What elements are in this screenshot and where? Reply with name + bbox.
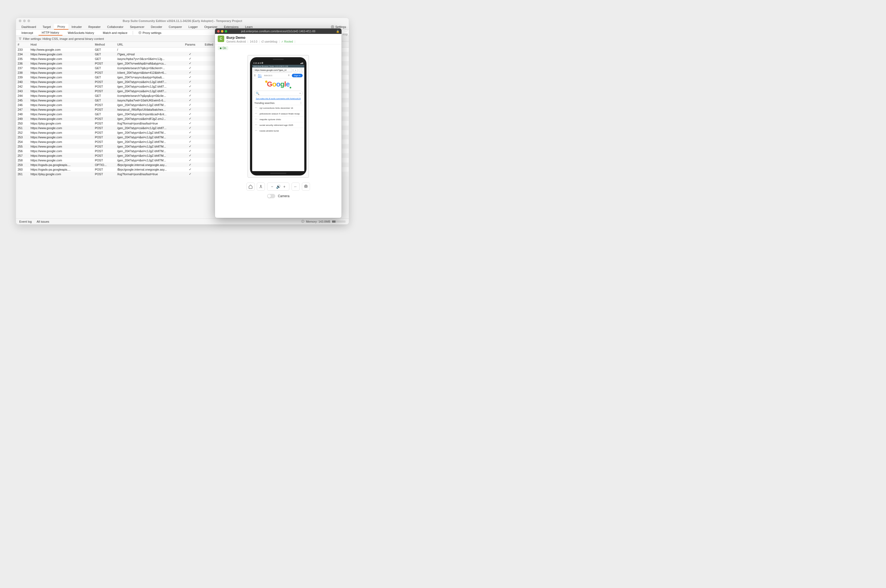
device-header: C Burp Demo Generic Android| 14.0.0| r2 … [215,34,341,45]
device-version: 14.0.0 [250,40,257,43]
home-button[interactable] [247,183,254,190]
proxy-settings-link[interactable]: Proxy settings [135,30,164,36]
device-status-pill: On [218,46,228,50]
volume-controls[interactable]: −🔊+ [267,183,289,190]
check-icon [189,80,191,83]
plus-icon[interactable]: + [283,184,286,189]
info-icon: ⓘ [301,219,304,224]
main-tab-dashboard[interactable]: Dashboard [18,24,39,30]
search-icon: 🔍 [256,92,260,95]
main-tab-comparer[interactable]: Comparer [165,24,185,30]
sign-in-button[interactable]: Sign in [292,74,303,77]
check-icon [189,131,191,134]
check-icon [189,163,191,166]
device-viewport: 4:16 ⬘ ✉ ⦿ ◢ ▮ WebView Browser Tester 11… [215,50,341,180]
trending-icon: 〰 [255,129,257,132]
check-icon [189,108,191,111]
tab-all[interactable]: ALL [258,74,262,77]
device-url: jedi.enterprise.corellium.com/devices/d1… [215,30,341,33]
device-traffic-lights[interactable] [217,30,227,33]
google-doodle[interactable]: Google [267,80,290,88]
col-method[interactable]: Method [93,42,115,47]
trending-item[interactable]: 〰russia ukraine kursk [252,128,304,134]
col-host[interactable]: Host [29,42,93,47]
col-url[interactable]: URL [116,42,180,47]
trending-item[interactable]: 〰nyt connections hints december 16 [252,105,304,111]
google-lens-icon[interactable]: ⌖ [299,92,301,95]
camera-toggle-row: Camera [215,192,341,201]
check-icon [189,168,191,171]
minimize-dot[interactable] [23,20,26,22]
url-input[interactable] [253,68,292,72]
col-params[interactable]: Params [180,42,200,47]
main-tab-target[interactable]: Target [39,24,54,30]
google-tabs: ☰ ALL IMAGES ⠿ Sign in [252,73,304,78]
check-icon [189,57,191,60]
trending-item[interactable]: 〰yellowstone season 5 season finale reca… [252,111,304,116]
lock-icon: 🔒 [336,30,339,33]
android-status-bar: 4:16 ⬘ ✉ ⦿ ◢ ▮ [252,62,304,65]
promo-link[interactable]: Turn notes into AI audio summaries with … [252,97,304,101]
tab-images[interactable]: IMAGES [264,74,272,77]
sub-tab-http-history[interactable]: HTTP history [39,30,62,36]
phone-speaker [273,59,284,60]
check-icon [189,75,191,79]
minus-icon[interactable]: − [271,184,273,189]
table-options-button[interactable]: ⋮ [344,27,348,32]
trending-icon: 〰 [255,106,257,109]
trending-icon: 〰 [255,124,257,126]
all-issues-link[interactable]: All issues [37,220,49,223]
check-icon [189,85,191,88]
check-icon [189,158,191,162]
trending-menu-icon[interactable]: ⋮ [300,102,302,104]
zoom-dot[interactable] [225,30,227,33]
main-tab-logger[interactable]: Logger [185,24,201,30]
trending-item[interactable]: 〰social security retirement age 2025 [252,122,304,128]
apps-grid-icon[interactable]: ⠿ [288,74,290,77]
phone-home-indicator [270,173,286,174]
device-window-titlebar: jedi.enterprise.corellium.com/devices/d1… [215,28,341,34]
main-tab-intruder[interactable]: Intruder [68,24,85,30]
window-title: Burp Suite Community Edition v2024.11.1-… [16,19,349,22]
minimize-dot[interactable] [221,30,223,33]
device-build: r2 userdebug [262,40,277,43]
trending-item[interactable]: 〰mayotte cyclone chido [252,116,304,122]
zoom-dot[interactable] [27,20,30,22]
device-os: Generic Android [226,40,246,43]
status-dot-icon [220,48,221,49]
check-icon [189,99,191,102]
device-avatar: C [218,36,224,42]
browser-url-bar: › ⋮ [252,68,304,73]
hamburger-icon[interactable]: ☰ [254,74,256,77]
speaker-icon: 🔊 [276,184,281,189]
camera-toggle[interactable] [267,194,275,198]
main-tab-sequencer[interactable]: Sequencer [127,24,148,30]
device-name: Burp Demo [226,36,295,40]
main-tab-decoder[interactable]: Decoder [148,24,165,30]
sub-tab-match-and-replace[interactable]: Match and replace [99,30,131,36]
main-tab-repeater[interactable]: Repeater [85,24,104,30]
sub-tab-websockets-history[interactable]: WebSockets history [65,30,98,36]
sub-tab-intercept[interactable]: Intercept [18,30,36,36]
touch-button[interactable] [257,183,265,190]
go-forward-button[interactable]: › [293,68,298,72]
fingerprint-button[interactable] [302,183,310,190]
google-search-box[interactable]: 🔍 ⌖ [254,91,303,96]
check-icon [189,103,191,106]
traffic-lights[interactable] [19,20,30,22]
phone-screen[interactable]: 4:16 ⬘ ✉ ⦿ ◢ ▮ WebView Browser Tester 11… [252,62,304,171]
browser-menu-button[interactable]: ⋮ [299,68,303,72]
phone-body: 4:16 ⬘ ✉ ⦿ ◢ ▮ WebView Browser Tester 11… [250,57,307,176]
main-tab-collaborator[interactable]: Collaborator [104,24,127,30]
col-index[interactable]: # [16,42,29,47]
event-log-link[interactable]: Event log [19,220,32,223]
trending-header: Trending searches ⋮ [252,101,304,105]
back-button[interactable]: ← [292,183,300,190]
status-bar: Event log All issues ⓘ Memory: 143.8MB [16,218,349,224]
check-icon [189,140,191,143]
main-tab-proxy[interactable]: Proxy [54,24,68,30]
memory-label: Memory: 143.8MB [306,220,330,223]
close-dot[interactable] [217,30,220,33]
close-dot[interactable] [19,20,21,22]
memory-indicator: ⓘ Memory: 143.8MB [301,219,346,224]
